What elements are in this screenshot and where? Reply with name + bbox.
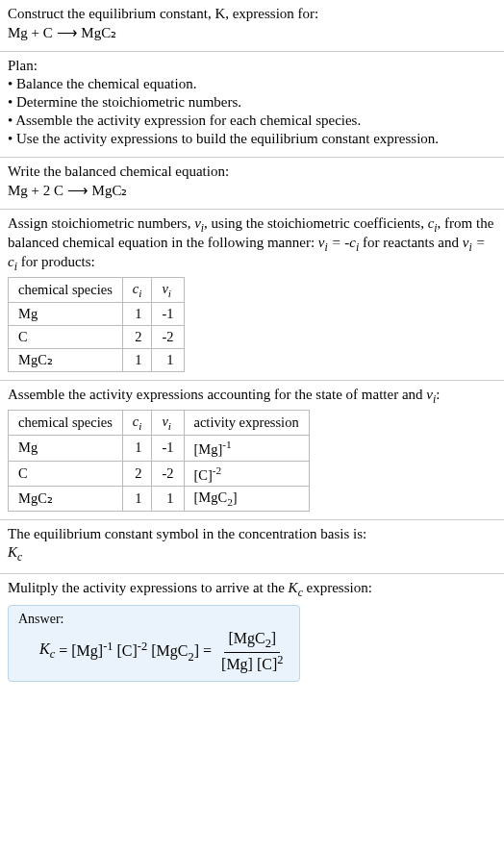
section-prompt: Construct the equilibrium constant, K, e… [0,0,504,52]
prompt-line: Construct the equilibrium constant, K, e… [8,6,496,22]
t: Assign stoichiometric numbers, [8,215,194,231]
cell-c: 1 [122,435,152,461]
kc-label: The equilibrium constant symbol in the c… [8,526,496,542]
col-nui: νi [152,410,184,435]
t: , using the stoichiometric coefficients, [204,215,428,231]
balanced-equation: Mg + 2 C ⟶ MgC₂ [8,182,496,199]
cell-c: 1 [122,487,152,512]
col-species: chemical species [9,278,123,303]
table-row: Mg 1 -1 [Mg]-1 [9,435,310,461]
c-i: ci [428,215,438,231]
kc-inline: Kc [289,580,303,595]
cell-activity: [Mg]-1 [184,435,309,461]
section-activity: Assemble the activity expressions accoun… [0,381,504,520]
plan-item-1: • Balance the chemical equation. [8,76,496,92]
cell-species: Mg [9,302,123,325]
table-row: MgC₂ 1 1 [MgC2] [9,487,310,512]
stoich-intro: Assign stoichiometric numbers, νi, using… [8,215,496,273]
cell-c: 1 [122,302,152,325]
final-intro: Mulitply the activity expressions to arr… [8,580,496,599]
cell-c: 2 [122,325,152,348]
balanced-label: Write the balanced chemical equation: [8,163,496,180]
activity-intro: Assemble the activity expressions accoun… [8,387,496,406]
stoich-table: chemical species ci νi Mg 1 -1 C 2 -2 Mg… [8,277,185,372]
t: : [436,387,440,402]
t: for products: [17,254,95,269]
cell-v: -2 [152,325,184,348]
rel-reactants: νi = -ci [318,235,359,250]
cell-v: -1 [152,435,184,461]
t: for reactants and [359,235,462,250]
prompt-text: Construct the equilibrium constant, K, e… [8,6,318,21]
cell-v: 1 [152,487,184,512]
t: Mulitply the activity expressions to arr… [8,580,289,595]
col-ci: ci [122,410,152,435]
cell-species: Mg [9,435,123,461]
fraction: [MgC2] [Mg] [C]2 [217,630,287,673]
cell-v: -2 [152,461,184,487]
table-header-row: chemical species ci νi [9,278,185,303]
cell-species: MgC₂ [9,348,123,371]
table-row: MgC₂ 1 1 [9,348,185,371]
answer-box: Answer: Kc = [Mg]-1 [C]-2 [MgC2] = [MgC2… [8,605,300,682]
plan-title: Plan: [8,58,496,74]
activity-table: chemical species ci νi activity expressi… [8,410,310,512]
cell-c: 2 [122,461,152,487]
plan-item-3: • Assemble the activity expression for e… [8,113,496,129]
section-kc-symbol: The equilibrium constant symbol in the c… [0,520,504,574]
col-ci: ci [122,278,152,303]
cell-species: C [9,325,123,348]
t: Assemble the activity expressions accoun… [8,387,426,402]
nu-i: νi [194,215,204,231]
section-final: Mulitply the activity expressions to arr… [0,574,504,690]
cell-v: 1 [152,348,184,371]
section-stoich: Assign stoichiometric numbers, νi, using… [0,210,504,381]
section-plan: Plan: • Balance the chemical equation. •… [0,52,504,158]
nu-i: νi [426,387,436,402]
table-row: C 2 -2 [9,325,185,348]
cell-activity: [MgC2] [184,487,309,512]
col-activity: activity expression [184,410,309,435]
plan-item-2: • Determine the stoichiometric numbers. [8,94,496,111]
cell-species: C [9,461,123,487]
cell-activity: [C]-2 [184,461,309,487]
table-row: C 2 -2 [C]-2 [9,461,310,487]
plan-item-4: • Use the activity expressions to build … [8,131,496,147]
kc-symbol: Kc [8,544,496,564]
t: expression: [303,580,372,595]
col-nui: νi [152,278,184,303]
cell-c: 1 [122,348,152,371]
table-row: Mg 1 -1 [9,302,185,325]
answer-label: Answer: [18,612,290,627]
section-balanced: Write the balanced chemical equation: Mg… [0,158,504,210]
table-header-row: chemical species ci νi activity expressi… [9,410,310,435]
unbalanced-equation: Mg + C ⟶ MgC₂ [8,24,496,41]
cell-v: -1 [152,302,184,325]
col-species: chemical species [9,410,123,435]
kc-expression: Kc = [Mg]-1 [C]-2 [MgC2] = [MgC2] [Mg] [… [18,630,290,673]
cell-species: MgC₂ [9,487,123,512]
